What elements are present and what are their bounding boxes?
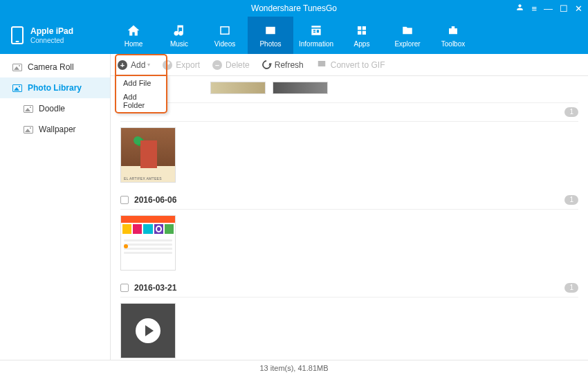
toolbox-icon bbox=[445, 24, 461, 37]
delete-button[interactable]: – Delete bbox=[212, 60, 250, 70]
photo-thumb[interactable]: EL ARTIFEX AMTEES bbox=[120, 127, 176, 183]
tab-information[interactable]: Information bbox=[293, 17, 339, 54]
group-checkbox[interactable] bbox=[120, 196, 129, 204]
photos-icon bbox=[263, 24, 278, 37]
close-icon[interactable]: ✕ bbox=[575, 3, 582, 14]
video-thumb[interactable] bbox=[120, 303, 176, 358]
picture-icon bbox=[12, 84, 22, 92]
device-status: Connected bbox=[30, 37, 73, 44]
status-text: 13 item(s), 41.81MB bbox=[259, 364, 328, 372]
group-header: 2016-03-21 1 bbox=[120, 279, 578, 298]
tab-apps[interactable]: Apps bbox=[339, 17, 385, 54]
tab-explorer[interactable]: Explorer bbox=[385, 17, 430, 54]
add-button[interactable]: + Add ▾ bbox=[118, 60, 150, 70]
group-date: 2016-06-06 bbox=[134, 195, 559, 205]
photo-thumb[interactable] bbox=[120, 215, 176, 271]
group-checkbox[interactable] bbox=[120, 284, 129, 292]
count-badge: 1 bbox=[564, 195, 578, 205]
refresh-icon bbox=[260, 58, 273, 71]
refresh-button[interactable]: Refresh bbox=[262, 60, 304, 70]
tab-photos[interactable]: Photos bbox=[248, 17, 293, 54]
information-icon bbox=[309, 24, 324, 37]
export-icon: ↱ bbox=[163, 60, 172, 70]
count-badge: 1 bbox=[564, 107, 578, 117]
tab-music[interactable]: Music bbox=[156, 17, 202, 54]
navbar: Apple iPad Connected Home Music Videos P… bbox=[0, 17, 588, 54]
picture-icon bbox=[24, 105, 33, 113]
titlebar: Wondershare TunesGo ≡ — ☐ ✕ bbox=[0, 0, 588, 17]
chevron-down-icon: ▾ bbox=[147, 62, 150, 68]
add-folder-item[interactable]: Add Folder bbox=[116, 90, 166, 112]
device-name: Apple iPad bbox=[30, 26, 73, 36]
maximize-icon[interactable]: ☐ bbox=[560, 3, 568, 14]
app-title: Wondershare TunesGo bbox=[251, 3, 337, 13]
sidebar-item-photo-library[interactable]: Photo Library bbox=[0, 77, 110, 98]
add-dropdown: Add File Add Folder bbox=[115, 75, 167, 113]
sidebar-item-doodle[interactable]: Doodle bbox=[0, 98, 110, 119]
group-date: 2016-03-21 bbox=[134, 283, 559, 293]
plus-icon: + bbox=[118, 60, 127, 70]
count-badge: 1 bbox=[564, 283, 578, 293]
content: + Add ▾ ↱ Export – Delete Refresh Conver… bbox=[111, 54, 588, 360]
photo-thumb[interactable] bbox=[273, 82, 328, 94]
minus-icon: – bbox=[212, 60, 222, 70]
tablet-icon bbox=[11, 26, 24, 44]
device-pane[interactable]: Apple iPad Connected bbox=[0, 17, 111, 54]
videos-icon bbox=[217, 24, 232, 37]
convert-gif-button[interactable]: Convert to GIF bbox=[316, 59, 385, 71]
tab-videos[interactable]: Videos bbox=[202, 17, 248, 54]
export-button[interactable]: ↱ Export bbox=[163, 60, 200, 70]
explorer-icon bbox=[400, 24, 415, 37]
apps-icon bbox=[354, 24, 369, 37]
photo-thumb[interactable] bbox=[210, 82, 266, 94]
home-icon bbox=[126, 24, 141, 37]
toolbar: + Add ▾ ↱ Export – Delete Refresh Conver… bbox=[111, 54, 588, 76]
nav-tabs: Home Music Videos Photos Information App… bbox=[111, 17, 588, 54]
sidebar-item-camera-roll[interactable]: Camera Roll bbox=[0, 57, 110, 77]
user-icon[interactable] bbox=[515, 3, 524, 14]
photo-scroll-area[interactable]: 1 EL ARTIFEX AMTEES 2016-06-06 1 2016-03… bbox=[111, 76, 588, 360]
tab-home[interactable]: Home bbox=[111, 17, 156, 54]
group-header: 1 bbox=[120, 102, 578, 122]
group-header: 2016-06-06 1 bbox=[120, 191, 578, 210]
status-bar: 13 item(s), 41.81MB bbox=[0, 360, 588, 375]
minimize-icon[interactable]: — bbox=[544, 3, 553, 14]
picture-icon bbox=[24, 126, 33, 134]
picture-icon bbox=[12, 64, 22, 71]
add-file-item[interactable]: Add File bbox=[116, 76, 166, 90]
sidebar-item-wallpaper[interactable]: Wallpaper bbox=[0, 119, 110, 140]
tab-toolbox[interactable]: Toolbox bbox=[430, 17, 476, 54]
window-controls: ≡ — ☐ ✕ bbox=[515, 0, 582, 17]
music-icon bbox=[172, 24, 187, 37]
menu-icon[interactable]: ≡ bbox=[531, 3, 537, 14]
gif-icon bbox=[316, 59, 327, 71]
sidebar: Camera Roll Photo Library Doodle Wallpap… bbox=[0, 54, 111, 360]
play-icon bbox=[136, 318, 160, 343]
